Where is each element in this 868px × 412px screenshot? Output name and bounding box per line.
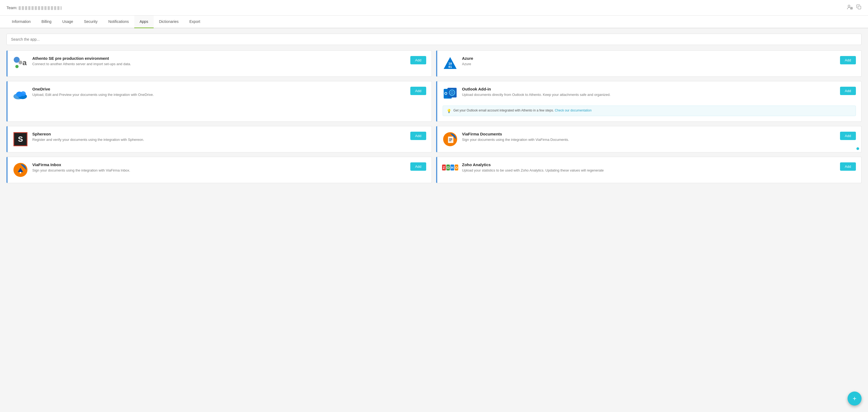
viafirma-inbox-desc: Sign your documents using the integratio… (32, 168, 406, 173)
viafirma-inbox-add-button[interactable]: Add (410, 163, 426, 171)
app-card-main-zoho: Z O H O Zoho Analytics Upload your stati… (443, 163, 856, 177)
app-card-main-viafirma-inbox: ViaFirma Inbox Sign your documents using… (13, 163, 426, 177)
svg-rect-2 (858, 6, 861, 9)
app-card-zoho: Z O H O Zoho Analytics Upload your stati… (436, 157, 862, 183)
azure-title: Azure (462, 56, 836, 61)
header-actions (847, 4, 862, 11)
zoho-icon: Z O H O (443, 163, 458, 177)
app-card-sphereon: S Sphereon Register and verify your docu… (6, 126, 432, 152)
azure-desc: Azure (462, 62, 836, 66)
onedrive-add-button[interactable]: Add (410, 87, 426, 95)
hint-icon: 💡 (447, 109, 451, 113)
onedrive-title: OneDrive (32, 87, 406, 91)
outlook-info: Outlook Add-in Upload documents directly… (462, 87, 836, 97)
svg-text:O: O (451, 90, 454, 95)
tab-export[interactable]: Export (184, 16, 206, 28)
viafirma-inbox-info: ViaFirma Inbox Sign your documents using… (32, 163, 406, 173)
onedrive-icon (13, 87, 28, 102)
sphereon-icon: S (13, 132, 28, 147)
outlook-desc: Upload documents directly from Outlook t… (462, 92, 836, 97)
zoho-desc: Upload your statistics to be used with Z… (462, 168, 836, 173)
sphereon-title: Sphereon (32, 132, 406, 136)
zoho-info: Zoho Analytics Upload your statistics to… (462, 163, 836, 173)
tab-usage[interactable]: Usage (57, 16, 78, 28)
tab-billing[interactable]: Billing (36, 16, 57, 28)
azure-add-button[interactable]: Add (840, 56, 856, 64)
app-card-viafirma-inbox: ViaFirma Inbox Sign your documents using… (6, 157, 432, 183)
app-card-main-azure: 10 01 Azure Azure Add (443, 56, 856, 71)
search-input[interactable] (6, 34, 862, 45)
app-card-outlook: O O Outlook Add-in Upload documents dire… (436, 81, 862, 122)
athento-desc: Connect to another Athento server and im… (32, 62, 406, 66)
onedrive-info: OneDrive Upload, Edit and Preview your d… (32, 87, 406, 97)
nav-tabs: Information Billing Usage Security Notif… (0, 16, 868, 28)
app-card-athento: a Athento SE pre production environment … (6, 50, 432, 77)
team-info: Team: (6, 5, 62, 10)
svg-point-0 (848, 5, 850, 7)
app-card-viafirma-documents: ViaFirma Documents Sign your documents u… (436, 126, 862, 152)
app-card-main-outlook: O O Outlook Add-in Upload documents dire… (443, 87, 856, 102)
app-card-azure: 10 01 Azure Azure Add (436, 50, 862, 77)
athento-add-button[interactable]: Add (410, 56, 426, 64)
outlook-docs-link[interactable]: Check our documentation (555, 109, 592, 112)
athento-info: Athento SE pre production environment Co… (32, 56, 406, 66)
tab-security[interactable]: Security (79, 16, 103, 28)
page-header: Team: (0, 0, 868, 16)
copy-icon[interactable] (856, 4, 862, 11)
main-content: a Athento SE pre production environment … (0, 28, 868, 188)
svg-text:O: O (444, 91, 447, 96)
onedrive-desc: Upload, Edit and Preview your documents … (32, 92, 406, 97)
outlook-add-button[interactable]: Add (840, 87, 856, 95)
zoho-title: Zoho Analytics (462, 163, 836, 167)
app-card-main-athento: a Athento SE pre production environment … (13, 56, 426, 71)
svg-text:01: 01 (448, 65, 452, 69)
app-card-onedrive: OneDrive Upload, Edit and Preview your d… (6, 81, 432, 122)
team-label: Team: (6, 5, 18, 10)
zoho-add-button[interactable]: Add (840, 163, 856, 171)
viafirma-documents-add-button[interactable]: Add (840, 132, 856, 140)
viafirma-documents-icon (443, 132, 458, 147)
outlook-icon: O O (443, 87, 458, 102)
app-card-main-viafirma-documents: ViaFirma Documents Sign your documents u… (443, 132, 856, 147)
sphereon-info: Sphereon Register and verify your docume… (32, 132, 406, 142)
app-card-main-sphereon: S Sphereon Register and verify your docu… (13, 132, 426, 147)
tab-apps[interactable]: Apps (134, 16, 154, 28)
apps-grid: a Athento SE pre production environment … (6, 50, 862, 183)
tab-information[interactable]: Information (6, 16, 36, 28)
viafirma-dot-indicator (857, 147, 859, 150)
app-card-main-onedrive: OneDrive Upload, Edit and Preview your d… (13, 87, 426, 102)
viafirma-inbox-icon (13, 163, 28, 177)
outlook-hint-text: Get your Outlook email account integrate… (453, 109, 592, 112)
user-icon[interactable] (847, 4, 853, 11)
svg-point-21 (20, 172, 21, 173)
azure-info: Azure Azure (462, 56, 836, 66)
viafirma-documents-info: ViaFirma Documents Sign your documents u… (462, 132, 836, 142)
sphereon-add-button[interactable]: Add (410, 132, 426, 140)
tab-dictionaries[interactable]: Dictionaries (154, 16, 184, 28)
viafirma-inbox-title: ViaFirma Inbox (32, 163, 406, 167)
viafirma-documents-title: ViaFirma Documents (462, 132, 836, 136)
svg-point-9 (21, 91, 26, 96)
sphereon-desc: Register and verify your documents using… (32, 137, 406, 142)
athento-title: Athento SE pre production environment (32, 56, 406, 61)
athento-icon: a (13, 56, 28, 71)
outlook-title: Outlook Add-in (462, 87, 836, 91)
team-name (19, 6, 62, 10)
tab-notifications[interactable]: Notifications (103, 16, 134, 28)
outlook-hint: 💡 Get your Outlook email account integra… (443, 106, 856, 116)
azure-icon: 10 01 (443, 56, 458, 71)
viafirma-documents-desc: Sign your documents using the integratio… (462, 137, 836, 142)
